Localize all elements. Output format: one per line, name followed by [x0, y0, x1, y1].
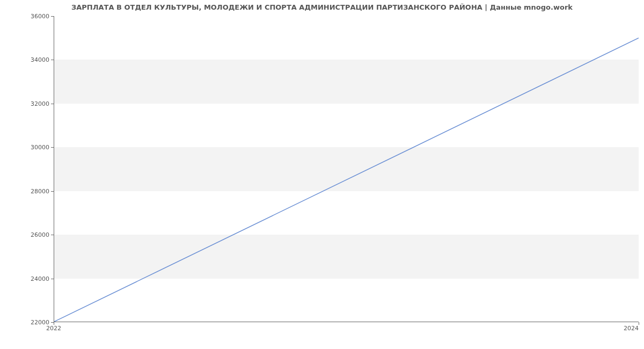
y-tick-mark [51, 191, 54, 192]
chart-title: ЗАРПЛАТА В ОТДЕЛ КУЛЬТУРЫ, МОЛОДЕЖИ И СП… [0, 3, 644, 11]
y-tick-label: 30000 [6, 144, 49, 151]
y-tick-label: 22000 [6, 319, 49, 326]
y-tick-label: 26000 [6, 231, 49, 238]
y-tick-label: 32000 [6, 100, 49, 107]
y-tick-mark [51, 279, 54, 279]
y-tick-mark [51, 235, 54, 235]
y-tick-mark [51, 147, 54, 148]
x-tick-mark [54, 322, 54, 325]
x-tick-label: 2024 [624, 325, 639, 332]
x-tick-label: 2022 [46, 325, 61, 332]
y-tick-label: 28000 [6, 187, 49, 194]
y-tick-mark [51, 104, 54, 104]
line-svg [54, 16, 639, 322]
y-tick-label: 34000 [6, 56, 49, 63]
salary-line-chart: ЗАРПЛАТА В ОТДЕЛ КУЛЬТУРЫ, МОЛОДЕЖИ И СП… [0, 0, 644, 349]
y-tick-mark [51, 16, 54, 17]
plot-area [54, 16, 639, 322]
y-tick-mark [51, 60, 54, 60]
y-tick-label: 24000 [6, 275, 49, 282]
x-tick-mark [639, 322, 639, 325]
y-tick-label: 36000 [6, 13, 49, 20]
